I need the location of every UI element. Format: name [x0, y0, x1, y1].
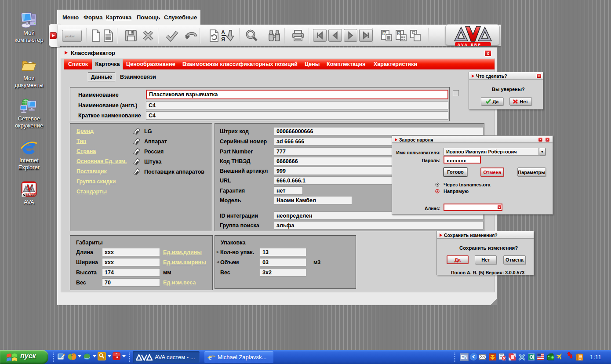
- svg-text:X: X: [398, 31, 400, 36]
- svg-text:AVA ERP: AVA ERP: [458, 43, 482, 47]
- svg-text:AVA ERP: AVA ERP: [24, 193, 36, 196]
- svg-text:А: А: [221, 29, 225, 36]
- svg-text:Я: Я: [221, 36, 225, 42]
